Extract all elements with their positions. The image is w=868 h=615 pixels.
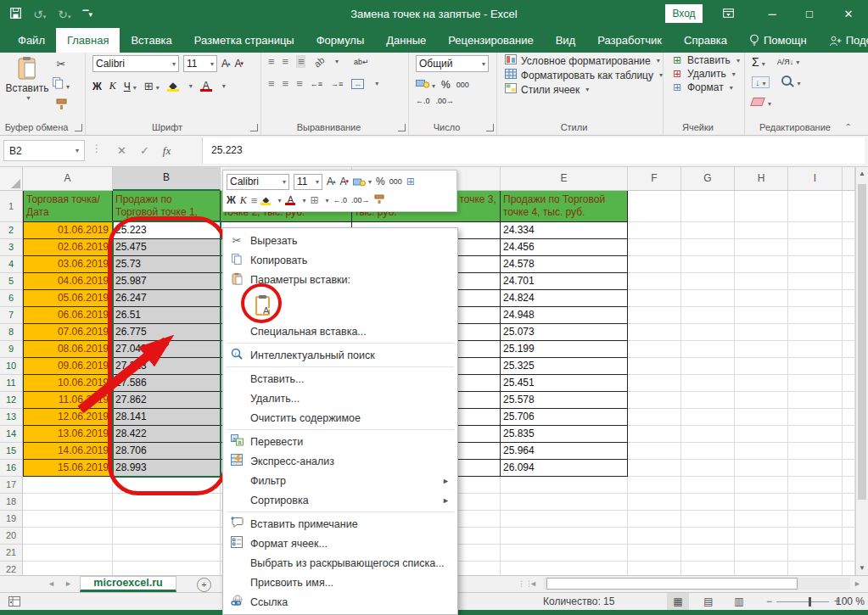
mini-font-name-select[interactable]: Calibri▾ [227, 174, 289, 190]
tab-help[interactable]: Справка [673, 28, 738, 53]
cell-E20[interactable] [501, 528, 628, 545]
ribbon-display-options-icon[interactable] [714, 0, 742, 28]
cell-F6[interactable] [628, 290, 681, 307]
cell-F20[interactable] [628, 528, 681, 545]
menu-item-define-name[interactable]: Присвоить имя... [223, 573, 457, 592]
cell-G17[interactable] [681, 477, 735, 494]
cell-B19[interactable] [113, 511, 221, 528]
menu-item-translate[interactable]: ая Перевести [223, 432, 457, 451]
zoom-slider[interactable] [776, 601, 829, 602]
menu-item-insert-comment[interactable]: Вставить примечание [223, 514, 457, 534]
cell-H4[interactable] [735, 256, 788, 273]
zoom-slider-thumb[interactable] [809, 597, 811, 607]
cell-I7[interactable] [788, 307, 843, 324]
menu-item-sort[interactable]: Сортировка ► [223, 490, 457, 510]
sign-in-button[interactable]: Вход [665, 4, 703, 23]
cell-F14[interactable] [628, 426, 681, 443]
cell-F18[interactable] [628, 494, 681, 511]
cell-B6[interactable]: 26.247 [113, 290, 221, 307]
cell-I6[interactable] [788, 290, 843, 307]
cell-E6[interactable]: 24.824 [501, 290, 628, 307]
cell-B17[interactable] [113, 477, 221, 494]
cell-I3[interactable] [788, 239, 843, 256]
cell-G12[interactable] [681, 392, 735, 409]
cell-G19[interactable] [681, 511, 735, 528]
cell-H11[interactable] [735, 375, 788, 392]
cell-G11[interactable] [681, 375, 735, 392]
align-top-icon[interactable]: ≡ [268, 55, 274, 68]
horizontal-scroll-thumb[interactable] [546, 578, 798, 590]
cell-I12[interactable] [788, 392, 843, 409]
mini-decrease-decimal-icon[interactable]: .00→ [351, 196, 370, 204]
cell-E5[interactable]: 24.701 [501, 273, 628, 290]
row-header-5[interactable]: 5 [0, 273, 23, 290]
cell-G22[interactable] [681, 562, 735, 575]
cell-F21[interactable] [628, 545, 681, 562]
cell-A12[interactable]: 11.06.2019 [23, 392, 113, 409]
cell-F15[interactable] [628, 443, 681, 460]
menu-item-delete[interactable]: Удалить... [223, 389, 457, 408]
mini-merge-icon[interactable]: ⊞ [406, 176, 415, 187]
cell-H6[interactable] [735, 290, 788, 307]
cell-B10[interactable]: 27.313 [113, 358, 221, 375]
font-dialog-launcher[interactable] [250, 124, 258, 131]
menu-item-cut[interactable]: ✂ Вырезать [223, 231, 457, 250]
cell-F9[interactable] [628, 341, 681, 358]
cell-H21[interactable] [735, 545, 788, 562]
row-header-6[interactable]: 6 [0, 290, 23, 307]
cell-G16[interactable] [681, 460, 735, 477]
cell-F16[interactable] [628, 460, 681, 477]
cell-H10[interactable] [735, 358, 788, 375]
find-select-icon[interactable]: ▾ [781, 75, 801, 88]
sort-filter-icon[interactable]: А/Я↓▾ [777, 58, 800, 66]
cell-F13[interactable] [628, 409, 681, 426]
cell-A13[interactable]: 12.06.2019 [23, 409, 113, 426]
zoom-out-icon[interactable]: − [766, 593, 772, 610]
wrap-text-icon[interactable]: ab↵ [354, 58, 369, 66]
close-button[interactable]: ✕ [834, 0, 863, 28]
tab-developer[interactable]: Разработчик [586, 28, 673, 53]
tab-formulas[interactable]: Формулы [305, 28, 376, 53]
cell-B13[interactable]: 28.141 [113, 409, 221, 426]
cell-B22[interactable] [113, 562, 221, 575]
format-painter-icon[interactable] [56, 98, 67, 112]
tab-page-layout[interactable]: Разметка страницы [183, 28, 305, 53]
align-right-icon[interactable]: ≡ [296, 77, 302, 90]
column-header-E[interactable]: E [501, 167, 628, 191]
cell-B1[interactable]: Продажи по Торговой точке 1, тыс. руб. [113, 191, 221, 222]
row-header-19[interactable]: 19 [0, 511, 23, 528]
cancel-icon[interactable]: ✕ [117, 144, 126, 157]
cell-G1[interactable] [681, 191, 735, 222]
cell-I13[interactable] [788, 409, 843, 426]
align-middle-icon[interactable]: ≡ [283, 55, 288, 68]
row-header-13[interactable]: 13 [0, 409, 23, 426]
row-header-22[interactable]: 22 [0, 562, 23, 575]
align-bottom-icon[interactable]: ≡ [296, 55, 305, 68]
tab-view[interactable]: Вид [545, 28, 587, 53]
cell-H16[interactable] [735, 460, 788, 477]
tab-review[interactable]: Рецензирование [437, 28, 544, 53]
mini-shrink-font-icon[interactable]: А▾ [340, 176, 350, 187]
name-box[interactable]: B2▾ [3, 140, 85, 161]
cell-E14[interactable]: 25.835 [501, 426, 628, 443]
italic-button[interactable]: К [109, 80, 116, 92]
mini-fill-color-icon[interactable]: ◆ [260, 195, 271, 205]
borders-icon[interactable]: ⊞▾ [144, 80, 160, 92]
vertical-scroll-thumb[interactable] [858, 184, 866, 500]
number-format-select[interactable]: Общий▾ [416, 55, 489, 72]
underline-button[interactable]: Ч▾ [124, 81, 137, 92]
zoom-level[interactable]: 100 % [836, 593, 865, 610]
column-header-A[interactable]: A [23, 167, 113, 191]
mini-font-color-icon[interactable]: А [285, 195, 295, 205]
mini-format-painter-icon[interactable] [374, 194, 384, 207]
cell-H22[interactable] [735, 562, 788, 575]
cell-F3[interactable] [628, 239, 681, 256]
menu-item-insert[interactable]: Вставить... [223, 369, 457, 389]
cell-H18[interactable] [735, 494, 788, 511]
grow-font-button[interactable]: А▴ [221, 58, 231, 70]
cell-A16[interactable]: 15.06.2019 [23, 460, 113, 477]
orientation-icon[interactable]: ab [311, 54, 326, 69]
cell-A5[interactable]: 04.06.2019 [23, 273, 113, 290]
cell-E8[interactable]: 25.073 [501, 324, 628, 341]
mini-bold-icon[interactable]: Ж [227, 194, 236, 206]
